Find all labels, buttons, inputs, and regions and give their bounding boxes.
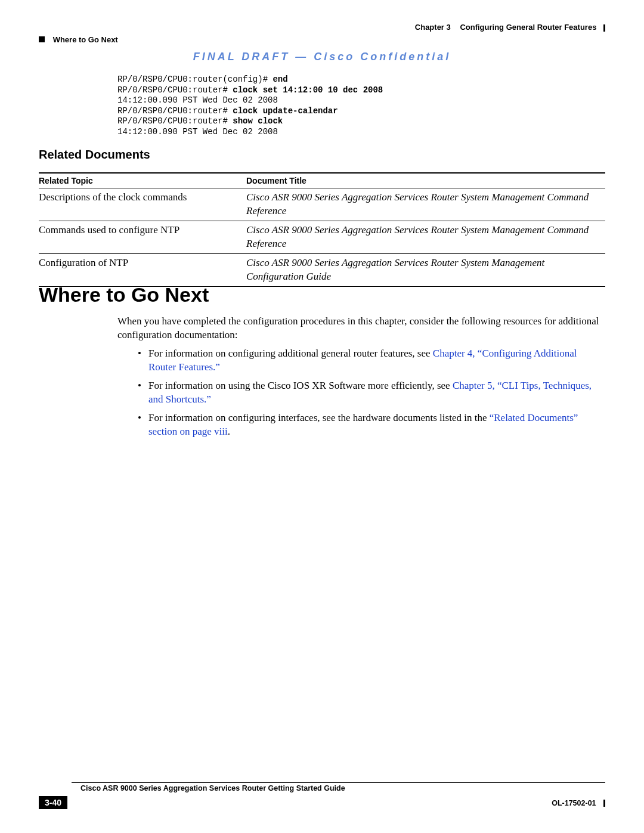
where-to-go-next-body: When you have completed the configuratio… <box>117 315 605 439</box>
term-prompt: RP/0/RSP0/CPU0:router# <box>117 116 233 126</box>
where-to-go-next-section: Where to Go Next When you have completed… <box>39 283 605 444</box>
terminal-output: RP/0/RSP0/CPU0:router(config)# end RP/0/… <box>117 75 383 137</box>
cell-doc: Cisco ASR 9000 Series Aggregation Servic… <box>246 188 605 221</box>
section-crumb: Where to Go Next <box>53 35 118 44</box>
footer-page-number: 3-40 <box>39 796 67 809</box>
list-item: For information on using the Cisco IOS X… <box>138 379 605 407</box>
list-item: For information on configuring interface… <box>138 411 605 439</box>
term-cmd: end <box>273 75 287 84</box>
bullet-text: For information on configuring interface… <box>148 412 490 423</box>
chapter-title: Configuring General Router Features <box>453 23 596 32</box>
cell-doc: Cisco ASR 9000 Series Aggregation Servic… <box>246 253 605 286</box>
term-cmd: show clock <box>233 116 283 126</box>
term-cmd: clock update-calendar <box>233 106 338 116</box>
confidential-banner: FINAL DRAFT — Cisco Confidential <box>0 51 644 63</box>
square-bullet-icon <box>39 36 45 42</box>
page-header: Chapter 3 Configuring General Router Fea… <box>39 23 605 44</box>
cell-topic: Descriptions of the clock commands <box>39 188 246 221</box>
list-item: For information on configuring additiona… <box>138 347 605 374</box>
term-prompt: RP/0/RSP0/CPU0:router# <box>117 106 233 116</box>
col-header-doc: Document Title <box>246 173 605 188</box>
related-documents-section: Related Documents Related Topic Document… <box>39 148 605 287</box>
term-cmd: clock set 14:12:00 10 dec 2008 <box>233 85 383 95</box>
intro-paragraph: When you have completed the configuratio… <box>117 315 605 342</box>
table-row: Commands used to configure NTP Cisco ASR… <box>39 221 605 253</box>
footer-guide-title: Cisco ASR 9000 Series Aggregation Servic… <box>80 784 605 792</box>
footer-doc-id: OL-17502-01 <box>552 799 596 807</box>
cell-topic: Commands used to configure NTP <box>39 221 246 253</box>
footer-rule-icon <box>72 782 605 783</box>
cell-doc: Cisco ASR 9000 Series Aggregation Servic… <box>246 221 605 253</box>
cell-topic: Configuration of NTP <box>39 253 246 286</box>
page-footer: Cisco ASR 9000 Series Aggregation Servic… <box>39 782 605 809</box>
footer-doc-id-wrap: OL-17502-01 <box>552 797 605 808</box>
col-header-topic: Related Topic <box>39 173 246 188</box>
related-documents-table: Related Topic Document Title Description… <box>39 172 605 287</box>
bullet-text: For information on using the Cisco IOS X… <box>148 380 453 391</box>
chapter-number: Chapter 3 <box>415 23 451 32</box>
bullet-text-post: . <box>228 426 230 437</box>
footer-rule-icon <box>603 800 605 807</box>
term-prompt: RP/0/RSP0/CPU0:router(config)# <box>117 75 273 84</box>
header-chapter: Chapter 3 Configuring General Router Fea… <box>39 23 605 32</box>
related-documents-heading: Related Documents <box>39 148 605 162</box>
term-output-line: 14:12:00.090 PST Wed Dec 02 2008 <box>117 127 278 137</box>
where-to-go-next-heading: Where to Go Next <box>39 283 605 306</box>
header-rule-icon <box>603 24 605 32</box>
bullet-list: For information on configuring additiona… <box>138 347 605 439</box>
document-page: Chapter 3 Configuring General Router Fea… <box>0 0 644 833</box>
table-row: Descriptions of the clock commands Cisco… <box>39 188 605 221</box>
term-output-line: 14:12:00.090 PST Wed Dec 02 2008 <box>117 95 278 105</box>
term-prompt: RP/0/RSP0/CPU0:router# <box>117 85 233 95</box>
table-row: Configuration of NTP Cisco ASR 9000 Seri… <box>39 253 605 286</box>
header-section: Where to Go Next <box>39 35 605 44</box>
bullet-text: For information on configuring additiona… <box>148 348 433 359</box>
